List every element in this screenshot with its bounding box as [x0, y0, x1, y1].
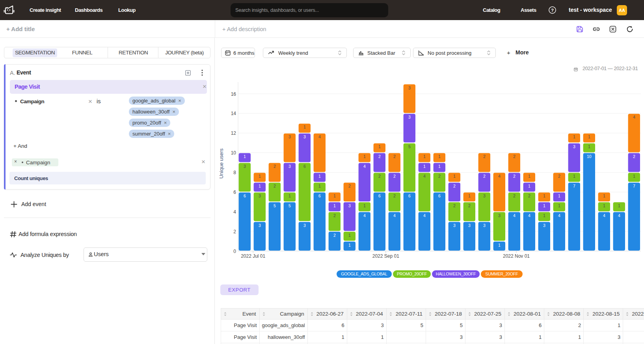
svg-text:4: 4 — [528, 213, 530, 218]
svg-text:2: 2 — [233, 229, 236, 234]
svg-text:1: 1 — [618, 203, 620, 208]
svg-text:3: 3 — [303, 134, 306, 139]
svg-text:4: 4 — [363, 164, 366, 169]
svg-text:2: 2 — [438, 174, 441, 179]
svg-text:3: 3 — [483, 223, 486, 228]
svg-text:1: 1 — [438, 154, 441, 159]
svg-text:3: 3 — [573, 144, 575, 149]
svg-text:Unique users: Unique users — [218, 148, 224, 179]
svg-text:2: 2 — [333, 233, 336, 238]
svg-text:3: 3 — [468, 223, 471, 228]
svg-text:16: 16 — [231, 91, 236, 97]
svg-text:1: 1 — [363, 154, 366, 159]
svg-text:2: 2 — [378, 154, 381, 159]
svg-text:1: 1 — [498, 243, 501, 247]
svg-text:1: 1 — [588, 134, 590, 139]
svg-text:2: 2 — [483, 174, 486, 179]
svg-text:14: 14 — [231, 111, 236, 116]
svg-text:1: 1 — [259, 174, 261, 179]
svg-text:7: 7 — [633, 184, 635, 188]
svg-text:1: 1 — [543, 203, 545, 208]
svg-text:3: 3 — [288, 164, 291, 169]
svg-text:1: 1 — [333, 203, 336, 208]
svg-text:3: 3 — [483, 193, 486, 198]
svg-text:1: 1 — [438, 164, 441, 169]
svg-text:2: 2 — [274, 164, 276, 169]
svg-text:10: 10 — [587, 154, 592, 159]
svg-text:1: 1 — [318, 174, 321, 179]
svg-text:4: 4 — [318, 134, 321, 139]
svg-text:2: 2 — [274, 184, 276, 188]
svg-text:8: 8 — [233, 170, 236, 175]
svg-text:2: 2 — [348, 184, 351, 188]
svg-text:3: 3 — [408, 86, 411, 90]
svg-text:1: 1 — [558, 193, 560, 198]
svg-text:4: 4 — [558, 213, 560, 218]
svg-text:4: 4 — [603, 213, 605, 218]
svg-text:6: 6 — [378, 193, 381, 198]
svg-text:1: 1 — [333, 193, 336, 198]
svg-text:2: 2 — [513, 193, 516, 198]
svg-text:4: 4 — [393, 213, 396, 218]
svg-text:2: 2 — [483, 154, 486, 159]
svg-text:5: 5 — [274, 203, 276, 208]
svg-text:2: 2 — [393, 174, 396, 179]
svg-text:7: 7 — [573, 184, 575, 188]
svg-text:4: 4 — [633, 115, 635, 119]
svg-text:1: 1 — [348, 243, 351, 247]
svg-text:3: 3 — [244, 164, 246, 169]
svg-text:2: 2 — [468, 203, 471, 208]
svg-text:12: 12 — [231, 130, 236, 136]
svg-text:2022 Nov 01: 2022 Nov 01 — [503, 253, 530, 259]
svg-text:1: 1 — [259, 184, 261, 188]
svg-text:1: 1 — [423, 154, 426, 159]
svg-text:1: 1 — [244, 154, 246, 159]
svg-text:2: 2 — [333, 213, 336, 218]
svg-text:4: 4 — [498, 174, 501, 179]
svg-text:3: 3 — [303, 223, 306, 228]
svg-text:2: 2 — [528, 193, 530, 198]
svg-text:6: 6 — [438, 193, 441, 198]
svg-text:2022 Jul 01: 2022 Jul 01 — [241, 253, 265, 259]
svg-text:1: 1 — [468, 193, 471, 198]
svg-text:5: 5 — [408, 144, 411, 149]
svg-text:1: 1 — [288, 193, 291, 198]
svg-text:6: 6 — [244, 193, 246, 198]
svg-text:1: 1 — [528, 184, 530, 188]
svg-text:3: 3 — [259, 223, 261, 228]
svg-text:4: 4 — [618, 213, 620, 218]
svg-text:1: 1 — [528, 174, 530, 179]
svg-text:1: 1 — [543, 213, 545, 218]
svg-text:4: 4 — [363, 213, 366, 218]
svg-text:2: 2 — [558, 174, 560, 179]
svg-text:4: 4 — [423, 174, 426, 179]
svg-text:1: 1 — [318, 184, 321, 188]
svg-text:3: 3 — [543, 223, 545, 228]
svg-text:6: 6 — [233, 190, 236, 195]
svg-text:3: 3 — [408, 115, 411, 119]
svg-text:5: 5 — [288, 203, 291, 208]
svg-text:1: 1 — [603, 193, 605, 198]
svg-text:?: ? — [551, 8, 554, 13]
svg-text:2: 2 — [393, 154, 396, 159]
svg-text:2: 2 — [633, 154, 635, 159]
svg-text:1: 1 — [423, 164, 426, 169]
svg-text:6: 6 — [408, 193, 411, 198]
svg-text:2: 2 — [513, 154, 516, 159]
svg-text:1: 1 — [633, 174, 635, 179]
svg-text:1: 1 — [378, 144, 381, 149]
svg-text:6: 6 — [303, 164, 306, 169]
svg-text:1: 1 — [588, 144, 590, 149]
svg-text:2: 2 — [453, 184, 456, 188]
svg-text:1: 1 — [573, 134, 575, 139]
svg-text:2: 2 — [453, 203, 456, 208]
svg-text:1: 1 — [453, 174, 456, 179]
svg-text:3: 3 — [453, 223, 456, 228]
svg-text:1: 1 — [558, 203, 560, 208]
svg-text:10: 10 — [231, 150, 236, 156]
svg-text:3: 3 — [288, 134, 291, 139]
svg-text:4: 4 — [233, 209, 236, 215]
svg-text:6: 6 — [318, 193, 321, 198]
svg-text:2: 2 — [513, 174, 516, 179]
svg-text:1: 1 — [363, 203, 366, 208]
